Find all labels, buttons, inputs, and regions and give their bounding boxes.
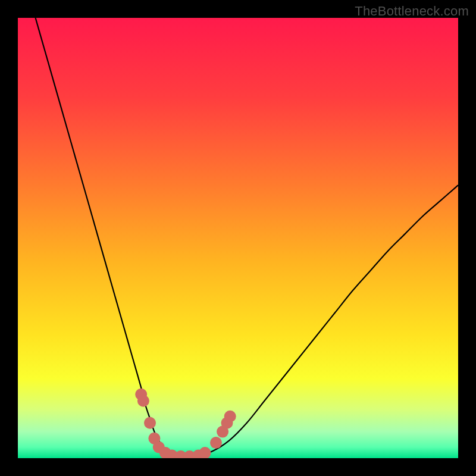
marker-dot — [137, 395, 149, 407]
chart-frame: TheBottleneck.com — [0, 0, 476, 476]
watermark-label: TheBottleneck.com — [355, 4, 469, 19]
gradient-background — [18, 18, 458, 458]
marker-dot — [210, 437, 222, 449]
bottleneck-chart — [18, 18, 458, 458]
marker-dot — [144, 417, 156, 429]
marker-dot — [224, 411, 236, 422]
